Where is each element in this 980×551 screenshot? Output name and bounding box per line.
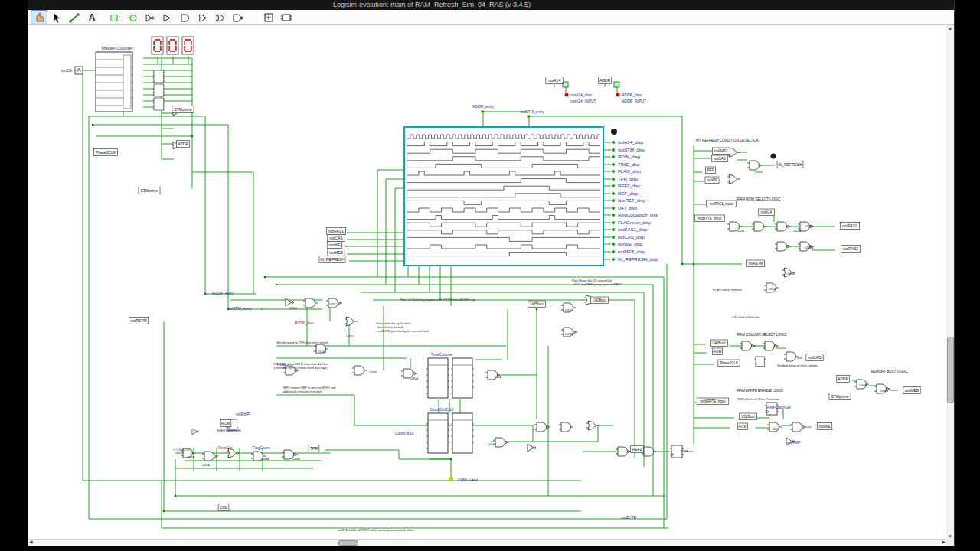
tunnel-label[interactable]: ROW: [713, 348, 723, 355]
add-circuit-tool-button[interactable]: [260, 10, 277, 24]
tunnel-label[interactable]: notMEB: [328, 249, 345, 256]
and-gate-icon: [179, 11, 191, 24]
wiring-tool-button[interactable]: [66, 10, 83, 24]
xor-gate-tool-button[interactable]: [212, 10, 229, 24]
junction: [175, 495, 177, 497]
junction: [536, 308, 538, 311]
svg-text:ADDR: ADDR: [178, 142, 189, 146]
tunnel-label[interactable]: notCAS: [806, 354, 823, 361]
circuit-label: (Otherwise REF at reboot when A14 high): [273, 367, 328, 370]
led-green: [612, 199, 615, 202]
tunnel-label[interactable]: notRSTM: [746, 260, 764, 267]
chip-icon: [280, 11, 292, 24]
svg-text:notBYTE_input: notBYTE_input: [698, 217, 722, 220]
circuit-canvas[interactable]: notA14ADDRPhase2CLKSTMprimeSTMprimeADDRn…: [28, 25, 946, 540]
tunnel-label[interactable]: notMEB: [903, 387, 920, 394]
scroll-right-arrow[interactable]: ▶: [942, 540, 946, 544]
tunnel-label[interactable]: Phase2CLK: [93, 149, 117, 156]
tunnel-label[interactable]: ROW: [738, 423, 748, 430]
svg-text:STMprime: STMprime: [140, 188, 158, 193]
sysclk-clock[interactable]: [75, 67, 83, 74]
tunnel-label[interactable]: notRAS1: [840, 223, 859, 230]
subcircuit-tool-button[interactable]: [278, 10, 295, 24]
input-pin-tool-button[interactable]: [106, 10, 123, 24]
svg-text:notRSTM: notRSTM: [748, 262, 763, 266]
horizontal-scrollbar[interactable]: ◀ ▶: [28, 539, 946, 546]
scroll-down-arrow[interactable]: ▼: [948, 534, 952, 539]
horizontal-scroll-thumb[interactable]: [338, 540, 358, 546]
tunnel-label[interactable]: notRAS2: [841, 246, 860, 253]
tunnel-label[interactable]: STMprime: [172, 106, 194, 113]
circuit-label: notSTM_entry: [520, 109, 544, 114]
tunnel-label[interactable]: notCAS: [712, 155, 728, 162]
circuit-label: - notRSTM goes low by the second clock: [376, 330, 429, 333]
svg-text:notMEB: notMEB: [329, 250, 343, 255]
or-gate-icon: [197, 11, 209, 24]
text-tool-button[interactable]: A: [83, 10, 100, 24]
led-green: [612, 214, 615, 217]
tunnel-label[interactable]: notRAS1: [326, 228, 345, 235]
tunnel-label[interactable]: U43Bout: [590, 297, 608, 304]
svg-text:ADDR: ADDR: [599, 78, 611, 83]
tunnel-label[interactable]: U43Bout: [710, 340, 727, 347]
not-gate-tool-button[interactable]: [142, 10, 158, 24]
tunnel-label[interactable]: U45Bout: [528, 301, 545, 308]
tunnel-label[interactable]: STMprime: [139, 187, 160, 194]
poke-tool-button[interactable]: [31, 10, 47, 24]
tunnel-label[interactable]: ADDR: [177, 141, 190, 148]
input-pin[interactable]: [563, 82, 568, 87]
and-gate-tool-button[interactable]: [177, 10, 194, 24]
tunnel-label[interactable]: IN_REFRESH: [319, 256, 345, 263]
seven-segment-display[interactable]: [182, 37, 194, 54]
tunnel-label[interactable]: IN_REFRESH: [777, 161, 803, 168]
tunnel-label[interactable]: notRSTM: [129, 318, 148, 324]
tunnel-label[interactable]: notWE: [327, 242, 342, 249]
output-pin-tool-button[interactable]: [124, 10, 141, 24]
circuit-label: notSTM_entry: [227, 306, 252, 311]
input-pin[interactable]: [614, 82, 619, 87]
tunnel-label[interactable]: notWE: [705, 177, 719, 184]
buffer-tool-button[interactable]: [159, 10, 176, 24]
or-gate-tool-button[interactable]: [194, 10, 211, 24]
tunnel-label[interactable]: notWE: [817, 423, 832, 430]
scroll-left-arrow[interactable]: ◀: [29, 540, 33, 544]
tunnel-label[interactable]: COL: [218, 504, 229, 511]
circuit-label: U3A: [495, 375, 501, 379]
vertical-scrollbar[interactable]: ▲ ▼: [946, 25, 954, 540]
vertical-scroll-thumb[interactable]: [947, 337, 954, 403]
junction: [681, 263, 684, 266]
tunnel-label[interactable]: notA14: [546, 77, 563, 84]
tunnel-label[interactable]: TPR: [309, 445, 319, 452]
edit-tool-button[interactable]: [48, 10, 65, 24]
tunnel-label[interactable]: notA14: [759, 209, 775, 216]
circuit-label: notA14_disp: [570, 93, 592, 97]
svg-text:COL: COL: [220, 505, 228, 510]
tunnel-label[interactable]: ROW: [220, 420, 231, 427]
tunnel-label[interactable]: U51Bout: [739, 413, 756, 420]
circuit-label: FLAG end of Refresh: [713, 288, 742, 292]
circuit-label: U45A: [488, 442, 496, 446]
scroll-up-arrow[interactable]: ▲: [948, 26, 952, 31]
tunnel-label[interactable]: Phase2CLK: [718, 360, 740, 367]
svg-text:U43Bout: U43Bout: [593, 298, 606, 302]
led-ball: [611, 129, 617, 135]
circuit-label: notRWP: [236, 412, 250, 416]
circuit-label: U53A: [681, 449, 688, 453]
svg-text:ADDR: ADDR: [838, 377, 849, 381]
nand-gate-tool-button[interactable]: [230, 10, 247, 24]
tunnel-label[interactable]: notRAS1: [712, 148, 730, 155]
tunnel-label[interactable]: REF: [706, 167, 716, 174]
tunnel-label[interactable]: ADDR: [837, 376, 850, 383]
tunnel-label[interactable]: REF2: [631, 446, 644, 453]
seven-segment-display[interactable]: [152, 37, 163, 54]
circuit-label: U44A: [318, 350, 326, 354]
seven-segment-display[interactable]: [167, 37, 178, 54]
tunnel-label[interactable]: notBYTE_input: [695, 215, 725, 222]
circuit-label: U50B: [769, 287, 776, 291]
tunnel-label[interactable]: notWRITE_input: [697, 398, 729, 405]
tunnel-label[interactable]: notRAS1_input: [707, 201, 737, 207]
tunnel-label[interactable]: STMprime: [829, 393, 851, 400]
circuit-label: REF_disp: [618, 191, 639, 196]
tunnel-label[interactable]: notCAS: [328, 235, 345, 242]
tunnel-label[interactable]: ADDR: [599, 77, 612, 84]
